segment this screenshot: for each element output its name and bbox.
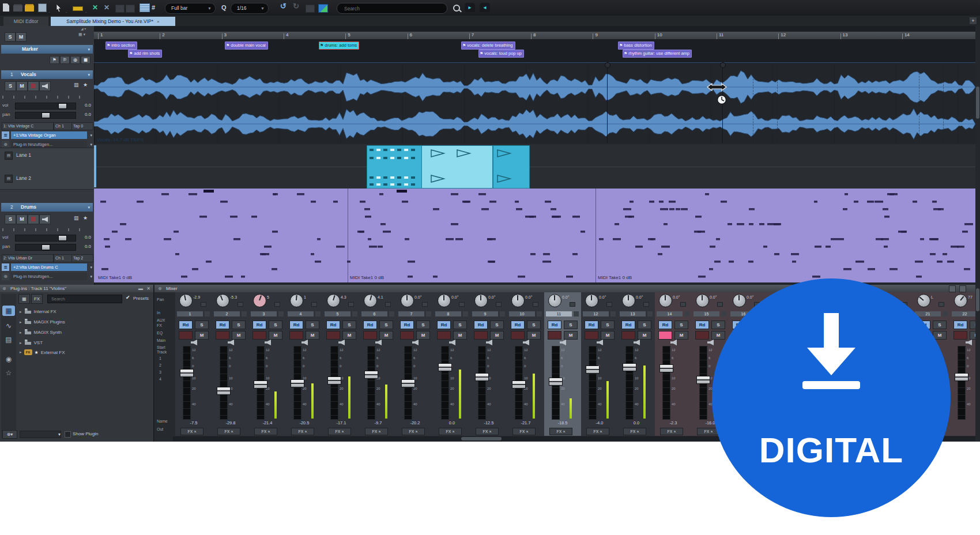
- speaker-icon[interactable]: [338, 340, 345, 345]
- channel-number[interactable]: 7: [398, 311, 424, 317]
- channel-fx-button[interactable]: FX ×: [512, 428, 536, 435]
- channel-fx-button[interactable]: FX ×: [623, 428, 646, 435]
- record-ready-button[interactable]: Rd: [474, 321, 488, 329]
- solo-button[interactable]: S: [933, 321, 947, 329]
- timeline-marker[interactable]: ⚑vocals: loud pop up: [478, 50, 524, 58]
- record-button[interactable]: [548, 331, 561, 340]
- monitor-speaker-button[interactable]: [39, 81, 51, 91]
- marker-track-header[interactable]: Marker ▾: [1, 45, 93, 54]
- mute-button[interactable]: M: [527, 331, 541, 340]
- speaker-icon[interactable]: [228, 340, 234, 345]
- volume-slider[interactable]: [15, 235, 76, 242]
- fader-handle[interactable]: [291, 379, 304, 387]
- record-ready-button[interactable]: Rd: [511, 321, 525, 329]
- lane-icon[interactable]: ▤: [5, 152, 13, 160]
- pan-knob[interactable]: [548, 294, 561, 307]
- add-plugin-slot[interactable]: ⊕ Plug-in hinzufügen... ▾: [2, 273, 92, 281]
- recent-clock-icon[interactable]: ◉: [2, 354, 15, 364]
- fader-handle[interactable]: [327, 376, 341, 385]
- fader-track[interactable]: [220, 346, 228, 420]
- pan-mini-button[interactable]: [533, 302, 538, 307]
- timeline-marker[interactable]: ⚑bass distortion: [618, 42, 654, 50]
- timeline-marker[interactable]: ⚑add rim shots: [128, 50, 162, 58]
- mute-button[interactable]: M: [601, 331, 615, 340]
- mute-button[interactable]: M: [232, 331, 246, 340]
- fader-handle[interactable]: [475, 373, 489, 381]
- speaker-icon[interactable]: [375, 340, 382, 345]
- pan-knob[interactable]: [253, 294, 266, 307]
- crossfade-tool-icon[interactable]: ✕: [104, 3, 110, 12]
- channel-fx-button[interactable]: FX ×: [586, 428, 609, 435]
- channel-mini-button[interactable]: [278, 311, 284, 317]
- pan-knob[interactable]: [438, 294, 451, 307]
- solo-button[interactable]: S: [269, 321, 282, 329]
- position-marker-line[interactable]: [607, 65, 608, 143]
- record-button[interactable]: [474, 331, 488, 340]
- automation-icon[interactable]: ▥: [74, 82, 79, 88]
- solo-button[interactable]: S: [674, 321, 688, 329]
- channel-number[interactable]: 9: [472, 311, 498, 317]
- fader-track[interactable]: [958, 346, 966, 420]
- timeline-marker[interactable]: ⚑intro section: [105, 42, 137, 50]
- channel-mini-button[interactable]: [205, 311, 210, 317]
- record-button[interactable]: [511, 331, 525, 340]
- close-icon[interactable]: ×: [157, 19, 160, 24]
- gear-icon[interactable]: ⊕: [158, 285, 162, 292]
- timeline-marker[interactable]: ⚑vocals: delete breathing: [461, 42, 515, 50]
- channel-mini-button[interactable]: [463, 311, 468, 317]
- plugin-tree-item[interactable]: ▸FX★External FX: [20, 349, 65, 355]
- keyboard-icon[interactable]: ▤: [2, 334, 15, 345]
- pan-knob[interactable]: [290, 294, 303, 307]
- channel-number[interactable]: 8: [435, 311, 461, 317]
- tab-midi-editor[interactable]: MIDI Editor: [3, 17, 48, 26]
- pan-mini-button[interactable]: [717, 302, 723, 307]
- color-view-icon[interactable]: [318, 4, 328, 13]
- channel-mini-button[interactable]: [352, 311, 357, 317]
- solo-button[interactable]: S: [195, 321, 209, 329]
- pan-mini-button[interactable]: [238, 302, 243, 307]
- record-button[interactable]: [289, 331, 303, 340]
- pan-knob[interactable]: [954, 294, 967, 307]
- track-header-vocals[interactable]: 1 Vocals ▾: [1, 70, 93, 79]
- midi-channel-box[interactable]: Ch 1: [54, 122, 72, 130]
- close-icon[interactable]: ✕: [146, 285, 150, 292]
- object-tool-icon[interactable]: [126, 5, 135, 13]
- next-marker-button[interactable]: ▸: [465, 3, 475, 12]
- pan-slider[interactable]: [15, 244, 76, 251]
- pan-mini-button[interactable]: [311, 302, 317, 307]
- record-button[interactable]: [326, 331, 340, 340]
- speaker-icon[interactable]: [523, 340, 529, 345]
- channel-number[interactable]: 11: [546, 311, 572, 317]
- record-button[interactable]: [363, 331, 377, 340]
- solo-button[interactable]: S: [5, 214, 16, 224]
- solo-button[interactable]: S: [342, 321, 356, 329]
- timeline-marker[interactable]: ⚑rhythm guitar: use different amp: [623, 50, 692, 58]
- fader-handle[interactable]: [364, 371, 378, 379]
- channel-fx-button[interactable]: FX ×: [328, 428, 351, 435]
- pan-mini-button[interactable]: [348, 302, 354, 307]
- channel-mini-button[interactable]: [574, 311, 579, 317]
- mute-button[interactable]: M: [195, 331, 209, 340]
- automation-icon[interactable]: ▥: [74, 215, 79, 221]
- pan-knob[interactable]: [216, 294, 229, 307]
- channel-number[interactable]: 21: [915, 311, 941, 317]
- favorites-star-icon[interactable]: ☆: [2, 368, 15, 378]
- record-ready-button[interactable]: Rd: [548, 321, 561, 329]
- plugin-tree-item[interactable]: ▸Internal FX: [20, 308, 56, 315]
- plugin-search-input[interactable]: [50, 295, 119, 303]
- show-plugin-checkbox[interactable]: [65, 431, 71, 438]
- solo-button[interactable]: S: [379, 321, 393, 329]
- position-marker-pin[interactable]: [720, 62, 726, 68]
- pan-knob[interactable]: [179, 294, 193, 307]
- scrollbar-thumb[interactable]: [461, 437, 502, 440]
- fader-track[interactable]: [662, 346, 670, 420]
- record-ready-button[interactable]: Rd: [437, 321, 451, 329]
- record-button[interactable]: [621, 331, 635, 340]
- channel-fx-button[interactable]: FX ×: [217, 428, 240, 435]
- zoom-tool-icon[interactable]: [115, 5, 125, 13]
- new-file-icon[interactable]: [3, 3, 9, 12]
- channel-mini-button[interactable]: [242, 311, 247, 317]
- mute-button[interactable]: M: [306, 331, 319, 340]
- record-ready-button[interactable]: Rd: [363, 321, 377, 329]
- timeline-scrollbar[interactable]: [975, 26, 980, 285]
